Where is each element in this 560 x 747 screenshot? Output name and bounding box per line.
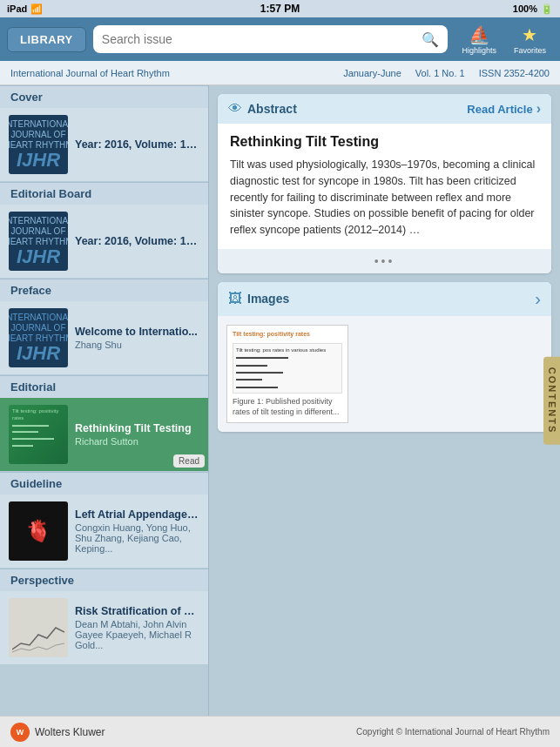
favorites-button[interactable]: ★ Favorites [507, 23, 553, 57]
battery-icon: 🔋 [541, 3, 553, 15]
main-layout: Cover INTERNATIONALJOURNAL OFHEART RHYTH… [0, 85, 560, 716]
publisher-name: Wolters Kluwer [35, 726, 105, 738]
content-area[interactable]: 👁 Abstract Read Article › Rethinking Til… [209, 85, 560, 716]
abstract-icon: 👁 [228, 101, 242, 117]
search-bar[interactable]: 🔍 [93, 25, 449, 53]
abstract-card-header: 👁 Abstract Read Article › [218, 94, 551, 124]
item-title: Left Atrial Appendage I... [75, 508, 199, 521]
list-item[interactable]: INTERNATIONALJOURNAL OFHEART RHYTHM IJHR… [0, 108, 208, 182]
wk-icon: W [10, 723, 30, 742]
item-subtitle-active: Richard Sutton [75, 436, 199, 447]
thumbnail-cover: INTERNATIONALJOURNAL OFHEART RHYTHM IJHR [9, 115, 68, 174]
status-time: 1:57 PM [260, 3, 300, 15]
item-text: Risk Stratification of S... Dean M Abtah… [75, 605, 199, 650]
publisher-logo: W Wolters Kluwer [10, 723, 105, 742]
images-card-header: 🖼 Images › [218, 282, 551, 316]
bottom-bar: W Wolters Kluwer Copyright © Internation… [0, 716, 560, 747]
thumbnail-guideline: 🫀 [9, 501, 68, 561]
tilt-lines: Tilt testing: positivity rates ▬▬▬▬▬▬▬ ▬… [12, 408, 64, 449]
top-nav: LIBRARY 🔍 ⛵ Highlights ★ Favorites [0, 17, 560, 61]
highlights-label: Highlights [462, 46, 496, 55]
thumb-inner: INTERNATIONALJOURNAL OFHEART RHYTHM IJHR [9, 119, 68, 170]
list-item[interactable]: Risk Stratification of S... Dean M Abtah… [0, 591, 208, 665]
journal-meta: January-June Vol. 1 No. 1 ISSN 2352-4200 [343, 68, 550, 78]
journal-volume: Vol. 1 No. 1 [415, 68, 465, 78]
copyright-text: Copyright © International Journal of Hea… [356, 727, 550, 737]
status-right: 100% 🔋 [513, 3, 553, 15]
abstract-card-body: Rethinking Tilt Testing Tilt was used ph… [218, 124, 551, 249]
item-subtitle: Zhang Shu [75, 340, 199, 350]
item-title-active: Rethinking Tilt Testing [75, 422, 199, 434]
abstract-card-footer: ••• [218, 249, 551, 273]
section-preface: Preface [0, 279, 208, 301]
status-left: iPad 📶 [7, 3, 43, 15]
thumbnail-editorial-board: INTERNATIONALJOURNAL OFHEART RHYTHM IJHR [9, 212, 68, 271]
favorites-icon: ★ [522, 24, 537, 45]
list-item[interactable]: 🫀 Left Atrial Appendage I... Congxin Hua… [0, 495, 208, 569]
item-text-active: Rethinking Tilt Testing Richard Sutton [75, 422, 199, 447]
images-card-body: Tilt testing: positivity rates Tilt test… [218, 316, 551, 433]
journal-bar: International Journal of Heart Rhythm Ja… [0, 61, 560, 85]
expand-dots: ••• [374, 254, 395, 268]
journal-logo-abbr3: IJHR [17, 344, 60, 363]
images-card: 🖼 Images › Tilt testing: positivity rate… [218, 282, 551, 433]
item-subtitle: Congxin Huang, Yong Huo, Shu Zhang, Keji… [75, 522, 199, 554]
chevron-right-icon: › [536, 101, 541, 117]
item-text: Year: 2016, Volume: 1, I... [75, 138, 199, 151]
journal-issn: ISSN 2352-4200 [479, 68, 550, 78]
read-badge: Read [173, 454, 205, 468]
journal-logo-small3: INTERNATIONALJOURNAL OFHEART RHYTHM [9, 313, 68, 344]
item-title: Welcome to Internatio... [75, 326, 199, 338]
figure-text: Tilt testing: pos rates in various studi… [233, 343, 342, 394]
section-perspective: Perspective [0, 569, 208, 591]
images-icon: 🖼 [228, 291, 242, 306]
list-item[interactable]: INTERNATIONALJOURNAL OFHEART RHYTHM IJHR… [0, 301, 208, 375]
article-title: Rethinking Tilt Testing [230, 134, 539, 150]
journal-period: January-June [343, 68, 401, 78]
abstract-card: 👁 Abstract Read Article › Rethinking Til… [218, 94, 551, 273]
contents-tab[interactable]: CONTENTS [543, 357, 560, 445]
thumb-inner: INTERNATIONALJOURNAL OFHEART RHYTHM IJHR [9, 216, 68, 266]
abstract-header-left: 👁 Abstract [228, 101, 297, 117]
nav-icons: ⛵ Highlights ★ Favorites [455, 23, 553, 57]
item-text: Year: 2016, Volume: 1, I... [75, 235, 199, 247]
read-article-label: Read Article [467, 103, 532, 116]
images-chevron-icon: › [535, 289, 541, 309]
article-abstract-text: Tilt was used physiologically, 1930s–197… [230, 157, 539, 239]
images-header-left: 🖼 Images [228, 291, 289, 306]
item-subtitle: Dean M Abtahi, John Alvin Gayee Kpaeyeh,… [75, 619, 199, 650]
read-article-button[interactable]: Read Article › [467, 101, 541, 117]
list-item-active[interactable]: Tilt testing: positivity rates ▬▬▬▬▬▬▬ ▬… [0, 398, 208, 472]
thumb-inner: INTERNATIONALJOURNAL OFHEART RHYTHM IJHR [9, 313, 68, 363]
sidebar[interactable]: Cover INTERNATIONALJOURNAL OFHEART RHYTH… [0, 85, 209, 716]
list-item[interactable]: INTERNATIONALJOURNAL OFHEART RHYTHM IJHR… [0, 205, 208, 279]
figure-thumbnail: Tilt testing: positivity rates Tilt test… [226, 325, 348, 424]
section-cover: Cover [0, 85, 208, 108]
search-input[interactable] [102, 32, 417, 46]
status-bar: iPad 📶 1:57 PM 100% 🔋 [0, 0, 560, 17]
thumbnail-preface: INTERNATIONALJOURNAL OFHEART RHYTHM IJHR [9, 308, 68, 367]
ipad-label: iPad [7, 3, 27, 14]
item-title: Year: 2016, Volume: 1, I... [75, 235, 199, 247]
highlights-button[interactable]: ⛵ Highlights [455, 23, 503, 57]
images-title: Images [247, 292, 289, 306]
search-icon: 🔍 [422, 31, 439, 48]
item-text: Left Atrial Appendage I... Congxin Huang… [75, 508, 199, 554]
journal-logo-abbr: IJHR [17, 151, 60, 170]
figure-caption: Figure 1: Published positivity rates of … [233, 397, 342, 417]
section-guideline: Guideline [0, 472, 208, 495]
journal-title: International Journal of Heart Rhythm [10, 68, 170, 78]
journal-logo-small2: INTERNATIONALJOURNAL OFHEART RHYTHM [9, 216, 68, 247]
journal-logo-small: INTERNATIONALJOURNAL OFHEART RHYTHM [9, 119, 68, 151]
library-button[interactable]: LIBRARY [7, 27, 86, 52]
battery-label: 100% [513, 3, 537, 14]
thumbnail-perspective [9, 598, 68, 657]
section-editorial: Editorial [0, 375, 208, 398]
favorites-label: Favorites [514, 46, 546, 55]
abstract-title: Abstract [247, 102, 297, 116]
section-editorial-board: Editorial Board [0, 182, 208, 205]
wifi-icon: 📶 [30, 3, 43, 15]
journal-logo-abbr2: IJHR [17, 247, 60, 266]
highlights-icon: ⛵ [469, 24, 490, 45]
item-title: Year: 2016, Volume: 1, I... [75, 138, 199, 151]
